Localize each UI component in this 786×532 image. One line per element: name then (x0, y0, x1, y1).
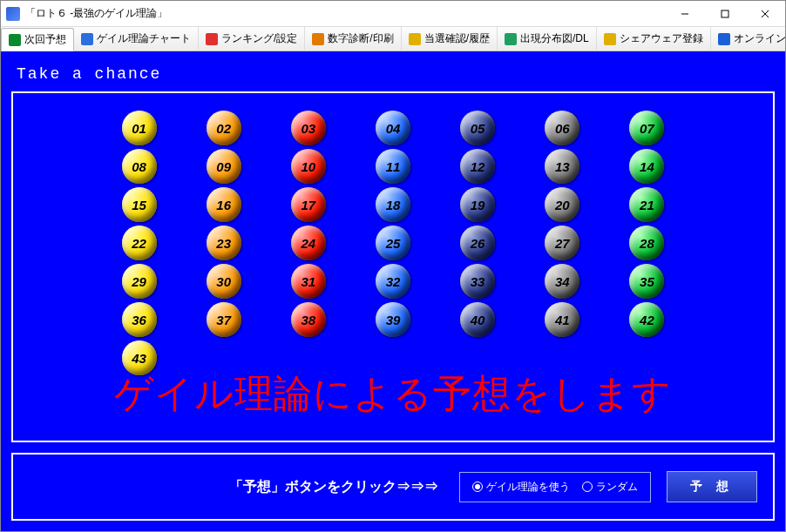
ball-28[interactable]: 28 (629, 226, 664, 260)
ball-07[interactable]: 07 (629, 111, 664, 145)
ball-12[interactable]: 12 (460, 149, 495, 184)
tab-label: 当選確認/履歴 (424, 31, 490, 46)
ball-08[interactable]: 08 (122, 149, 157, 184)
radio-checked-icon (472, 481, 483, 492)
ball-06[interactable]: 06 (545, 111, 579, 145)
ball-32[interactable]: 32 (376, 264, 410, 299)
maximize-button[interactable] (705, 1, 745, 27)
ball-18[interactable]: 18 (376, 187, 410, 222)
ball-36[interactable]: 36 (122, 302, 157, 337)
tab-icon (206, 33, 218, 45)
tab-label: オンラインヘルプ (734, 31, 786, 46)
ball-selection-area: 0102030405060708091011121314151617181920… (11, 91, 775, 442)
app-icon (6, 7, 20, 21)
ball-22[interactable]: 22 (122, 226, 157, 260)
ball-40[interactable]: 40 (460, 302, 495, 337)
ball-35[interactable]: 35 (629, 264, 664, 299)
take-a-chance-label: Take a chance (17, 65, 771, 83)
tab-icon (718, 33, 730, 45)
close-button[interactable] (745, 1, 785, 27)
tab-icon (409, 33, 421, 45)
ball-01[interactable]: 01 (122, 111, 157, 145)
ball-09[interactable]: 09 (207, 149, 241, 184)
tab-label: 次回予想 (24, 32, 66, 47)
prediction-options: ゲイル理論を使う ランダム (459, 472, 651, 502)
ball-10[interactable]: 10 (291, 149, 326, 184)
tab-icon (604, 33, 616, 45)
tab-3[interactable]: 数字診断/印刷 (305, 27, 401, 51)
predict-button[interactable]: 予 想 (667, 471, 757, 502)
radio-unchecked-icon (582, 481, 593, 492)
tab-label: ランキング/設定 (221, 31, 297, 46)
ball-38[interactable]: 38 (291, 302, 326, 337)
radio-gale-theory[interactable]: ゲイル理論を使う (472, 480, 570, 495)
tab-label: シェアウェア登録 (620, 31, 703, 46)
tab-icon (505, 33, 517, 45)
ball-04[interactable]: 04 (376, 111, 410, 145)
footer-prompt: 「予想」ボタンをクリック⇒⇒⇒ (229, 478, 438, 496)
tab-icon (9, 34, 21, 46)
ball-29[interactable]: 29 (122, 264, 157, 299)
ball-21[interactable]: 21 (629, 187, 664, 222)
ball-42[interactable]: 42 (629, 302, 664, 337)
ball-27[interactable]: 27 (545, 226, 579, 260)
ball-25[interactable]: 25 (376, 226, 410, 260)
radio-random-label: ランダム (596, 480, 638, 495)
tab-7[interactable]: オンラインヘルプ (711, 27, 786, 51)
window-title: 「ロト６ -最強のゲイル理論」 (25, 6, 665, 21)
minimize-icon (681, 10, 689, 18)
ball-41[interactable]: 41 (545, 302, 579, 337)
ball-16[interactable]: 16 (207, 187, 241, 222)
tab-4[interactable]: 当選確認/履歴 (402, 27, 498, 51)
ball-11[interactable]: 11 (376, 149, 410, 184)
tab-2[interactable]: ランキング/設定 (199, 27, 305, 51)
ball-13[interactable]: 13 (545, 149, 579, 184)
minimize-button[interactable] (665, 1, 705, 27)
overlay-message: ゲイル理論による予想をします (13, 368, 773, 420)
main-content: Take a chance 01020304050607080910111213… (1, 51, 785, 531)
toolbar-tabs: 次回予想ゲイル理論チャートランキング/設定数字診断/印刷当選確認/履歴出現分布図… (1, 27, 785, 51)
maximize-icon (721, 10, 729, 18)
titlebar: 「ロト６ -最強のゲイル理論」 (1, 1, 785, 27)
svg-rect-1 (722, 10, 728, 17)
tab-label: ゲイル理論チャート (97, 31, 191, 46)
ball-14[interactable]: 14 (629, 149, 664, 184)
close-icon (761, 10, 769, 18)
tab-icon (312, 33, 324, 45)
ball-02[interactable]: 02 (207, 111, 241, 145)
ball-31[interactable]: 31 (291, 264, 326, 299)
radio-random[interactable]: ランダム (582, 480, 638, 495)
ball-34[interactable]: 34 (545, 264, 579, 299)
tab-label: 出現分布図/DL (520, 31, 589, 46)
footer-panel: 「予想」ボタンをクリック⇒⇒⇒ ゲイル理論を使う ランダム 予 想 (11, 453, 775, 521)
tab-6[interactable]: シェアウェア登録 (597, 27, 711, 51)
app-window: 「ロト６ -最強のゲイル理論」 次回予想ゲイル理論チャートランキング/設定数字診… (0, 0, 786, 532)
tab-5[interactable]: 出現分布図/DL (498, 27, 597, 51)
tab-label: 数字診断/印刷 (328, 31, 393, 46)
ball-23[interactable]: 23 (207, 226, 241, 260)
radio-gale-label: ゲイル理論を使う (486, 480, 570, 495)
ball-20[interactable]: 20 (545, 187, 579, 222)
tab-0[interactable]: 次回予想 (1, 28, 74, 51)
ball-33[interactable]: 33 (460, 264, 495, 299)
window-controls (665, 1, 785, 27)
ball-17[interactable]: 17 (291, 187, 326, 222)
tab-1[interactable]: ゲイル理論チャート (74, 27, 199, 51)
ball-43[interactable]: 43 (122, 340, 157, 375)
ball-30[interactable]: 30 (207, 264, 241, 299)
ball-15[interactable]: 15 (122, 187, 157, 222)
ball-39[interactable]: 39 (376, 302, 410, 337)
ball-05[interactable]: 05 (460, 111, 495, 145)
ball-19[interactable]: 19 (460, 187, 495, 222)
ball-03[interactable]: 03 (291, 111, 326, 145)
ball-grid: 0102030405060708091011121314151617181920… (97, 111, 689, 375)
tab-icon (81, 33, 93, 45)
ball-37[interactable]: 37 (207, 302, 241, 337)
ball-24[interactable]: 24 (291, 226, 326, 260)
ball-26[interactable]: 26 (460, 226, 495, 260)
